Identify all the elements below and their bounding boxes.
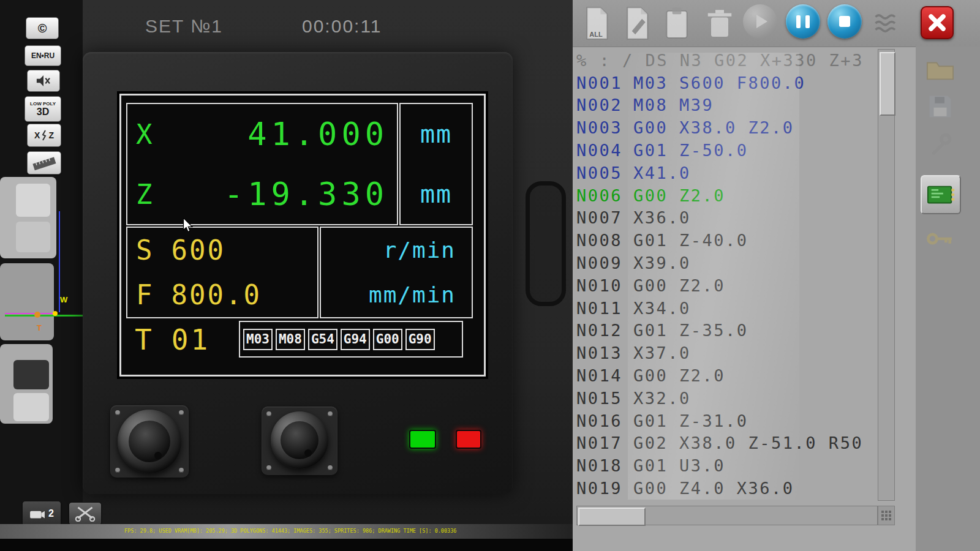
key-icon bbox=[927, 231, 954, 247]
low-poly-3d-label: 3D bbox=[37, 107, 49, 118]
program-listing: % : / DS N3 G02 X+330 Z+3 N001M03 S600 F… bbox=[576, 49, 878, 501]
program-line[interactable]: N012G01 Z-35.0 bbox=[576, 320, 878, 342]
vertical-scrollbar[interactable] bbox=[878, 49, 895, 501]
machine-part bbox=[16, 184, 50, 217]
status-codes: M03M08G54G94G00G90 bbox=[239, 321, 463, 358]
play-button[interactable] bbox=[743, 4, 777, 39]
program-line[interactable]: N011X34.0 bbox=[576, 297, 878, 320]
program-line[interactable]: N006G00 Z2.0 bbox=[576, 184, 878, 207]
new-program-button[interactable]: ALL bbox=[579, 5, 613, 42]
program-line[interactable]: N003G00 X38.0 Z2.0 bbox=[576, 116, 878, 139]
tool-setup-button[interactable] bbox=[923, 127, 957, 162]
screw bbox=[115, 468, 120, 473]
screw bbox=[179, 468, 184, 473]
feed-rate-label: F bbox=[136, 279, 154, 310]
status-code: G90 bbox=[405, 329, 435, 350]
paste-button[interactable] bbox=[660, 5, 694, 42]
play-circle bbox=[743, 4, 777, 39]
program-line[interactable]: N004G01 Z-50.0 bbox=[576, 139, 878, 162]
program-line[interactable]: N001M03 S600 F800.0 bbox=[576, 72, 878, 94]
camera-view-button[interactable]: 2 bbox=[22, 501, 61, 527]
program-line[interactable]: N008G01 Z-40.0 bbox=[576, 229, 878, 252]
spindle-override-knob[interactable] bbox=[271, 411, 328, 469]
wrench-icon bbox=[927, 132, 953, 157]
knob-plate-right bbox=[262, 407, 337, 475]
chips-toggle-button[interactable] bbox=[872, 9, 901, 38]
setup-title: SET №1 bbox=[145, 16, 223, 37]
program-line[interactable]: N014G00 Z2.0 bbox=[576, 364, 878, 387]
program-line[interactable]: N005X41.0 bbox=[576, 162, 878, 184]
clipboard-icon bbox=[663, 6, 690, 40]
scroll-corner-button[interactable] bbox=[878, 506, 895, 525]
knob-notch bbox=[304, 449, 312, 457]
floppy-icon bbox=[927, 94, 953, 119]
low-poly-3d-button[interactable]: LOW POLY 3D bbox=[24, 96, 61, 122]
program-line[interactable]: N018G01 U3.0 bbox=[576, 454, 878, 477]
feed-rate-value: 800.0 bbox=[172, 279, 262, 310]
screw bbox=[266, 465, 271, 470]
delete-button[interactable] bbox=[703, 6, 737, 42]
debug-stats: FPS: 29.8; USED VRAM[MB]: 205.29; 3D POL… bbox=[124, 528, 467, 534]
horizontal-scrollbar[interactable] bbox=[576, 506, 878, 525]
feed-override-knob[interactable] bbox=[118, 410, 181, 473]
pause-button[interactable] bbox=[786, 4, 820, 39]
xz-axes-button[interactable]: X Z bbox=[27, 124, 61, 147]
program-header-row[interactable]: % : / DS N3 G02 X+330 Z+3 bbox=[576, 49, 878, 72]
program-line[interactable]: N016G01 Z-31.0 bbox=[576, 410, 878, 432]
program-line[interactable]: N007X36.0 bbox=[576, 207, 878, 230]
position-box: X 41.000 Z -19.330 bbox=[126, 103, 398, 225]
z-axis-dro-label: Z bbox=[136, 179, 153, 210]
copyright-label: © bbox=[38, 21, 47, 36]
axis-x-line bbox=[5, 313, 54, 314]
z-axis-dro-value: -19.330 bbox=[224, 176, 388, 212]
status-code: M08 bbox=[276, 329, 305, 350]
edit-file-icon bbox=[623, 6, 650, 40]
save-button[interactable] bbox=[923, 89, 957, 124]
lightning-icon bbox=[41, 130, 47, 141]
program-line[interactable]: N019G00 Z4.0 X36.0 bbox=[576, 477, 878, 500]
knob-notch bbox=[154, 452, 162, 459]
edit-program-button[interactable] bbox=[619, 5, 654, 42]
tool-value: 01 bbox=[172, 323, 210, 356]
machine-part bbox=[13, 393, 49, 421]
key-button[interactable] bbox=[923, 222, 957, 256]
red-indicator-button[interactable] bbox=[456, 430, 481, 449]
vertical-scrollbar-thumb[interactable] bbox=[880, 52, 895, 116]
z-unit-label: mm bbox=[409, 180, 463, 208]
knob-inner bbox=[129, 421, 171, 463]
cut-view-button[interactable] bbox=[69, 502, 102, 525]
stop-button[interactable] bbox=[827, 4, 862, 39]
screw bbox=[179, 410, 184, 415]
program-line[interactable]: N015X32.0 bbox=[576, 387, 878, 410]
stop-circle bbox=[827, 4, 862, 39]
all-label: ALL bbox=[579, 31, 613, 38]
program-header-text: % : / DS N3 G02 X+330 Z+3 bbox=[576, 51, 864, 70]
open-folder-button[interactable] bbox=[923, 53, 957, 87]
program-line[interactable]: N002M08 M39 bbox=[576, 94, 878, 117]
program-line[interactable]: N009X39.0 bbox=[576, 252, 878, 274]
green-indicator-button[interactable] bbox=[409, 430, 436, 449]
stop-icon bbox=[839, 16, 850, 27]
feed-speed-box: S 600 F 800.0 bbox=[126, 227, 318, 318]
program-line[interactable]: N010G00 Z2.0 bbox=[576, 274, 878, 297]
feed-unit-label: mm/min bbox=[369, 282, 463, 307]
ruler-button[interactable] bbox=[27, 151, 61, 174]
machining-timer: 00:00:11 bbox=[302, 16, 382, 37]
program-lines: N001M03 S600 F800.0N002M08 M39N003G00 X3… bbox=[576, 72, 878, 500]
close-icon bbox=[928, 13, 946, 32]
horizontal-scrollbar-thumb[interactable] bbox=[578, 508, 646, 526]
screw bbox=[328, 465, 333, 470]
right-tool-column bbox=[916, 47, 980, 551]
copyright-button[interactable]: © bbox=[26, 17, 59, 39]
status-code: G94 bbox=[341, 329, 370, 350]
close-button[interactable] bbox=[921, 6, 954, 39]
controller-board-button[interactable] bbox=[921, 175, 961, 214]
program-line[interactable]: N013X37.0 bbox=[576, 342, 878, 364]
axis-label-t: T bbox=[37, 323, 42, 332]
mute-button[interactable] bbox=[27, 70, 60, 92]
language-toggle-button[interactable]: EN•RU bbox=[24, 45, 61, 66]
program-line[interactable]: N017G02 X38.0 Z-51.0 R50 bbox=[576, 432, 878, 455]
tool-number-row: T 01 bbox=[135, 320, 210, 360]
screw bbox=[328, 411, 333, 416]
status-code: G00 bbox=[373, 329, 402, 350]
